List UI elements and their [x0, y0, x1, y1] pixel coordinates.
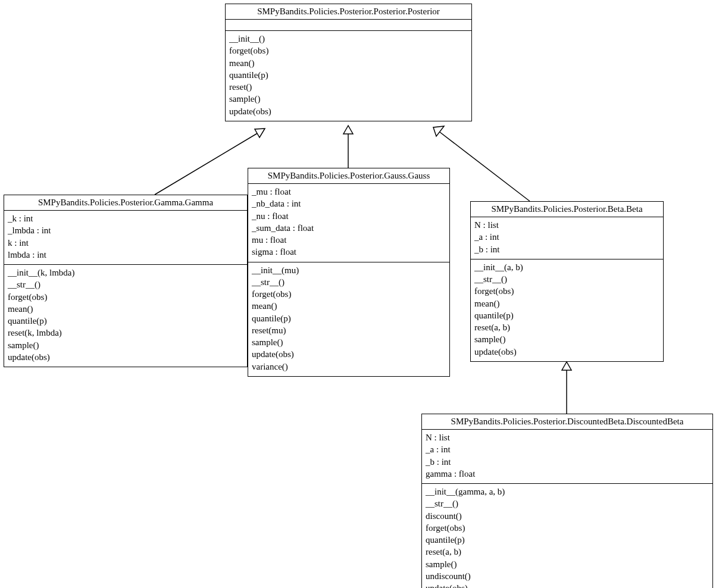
svg-marker-7 [562, 362, 571, 370]
method: undiscount() [426, 570, 709, 582]
class-title: SMPyBandits.Policies.Posterior.Posterior… [226, 4, 471, 20]
attr: _lmbda : int [8, 224, 243, 236]
method: sample() [474, 333, 659, 345]
method: variance() [252, 361, 446, 373]
method: __init__(a, b) [474, 261, 659, 273]
method: mean() [252, 300, 446, 312]
method: reset() [229, 81, 468, 93]
attr: gamma : float [426, 468, 709, 480]
method: quantile(p) [474, 309, 659, 321]
method: sample() [426, 558, 709, 570]
method: __str__() [426, 498, 709, 509]
attr: _b : int [474, 243, 659, 255]
method: quantile(p) [8, 315, 243, 327]
class-methods: __init__(gamma, a, b) __str__() discount… [422, 484, 712, 588]
uml-class-posterior: SMPyBandits.Policies.Posterior.Posterior… [225, 4, 472, 121]
method: reset(k, lmbda) [8, 327, 243, 339]
attr: _b : int [426, 456, 709, 468]
arrow-discountedbeta-to-beta [562, 362, 571, 414]
method: __str__() [252, 276, 446, 288]
method: reset(mu) [252, 324, 446, 336]
method: update(obs) [426, 582, 709, 588]
svg-marker-1 [255, 129, 265, 137]
class-methods: __init__(k, lmbda) __str__() forget(obs)… [4, 265, 247, 367]
class-methods: __init__() forget(obs) mean() quantile(p… [226, 31, 471, 121]
method: sample() [252, 336, 446, 348]
attr: sigma : float [252, 246, 446, 258]
method: update(obs) [229, 105, 468, 117]
method: quantile(p) [229, 69, 468, 81]
method: forget(obs) [426, 522, 709, 534]
attr: mu : float [252, 234, 446, 246]
attr: _a : int [426, 443, 709, 455]
method: mean() [474, 298, 659, 309]
method: reset(a, b) [474, 321, 659, 333]
attr: _nb_data : int [252, 198, 446, 209]
class-title: SMPyBandits.Policies.Posterior.Beta.Beta [471, 202, 663, 217]
attr: _sum_data : float [252, 222, 446, 234]
method: reset(a, b) [426, 546, 709, 558]
class-attrs: N : list _a : int _b : int gamma : float [422, 430, 712, 484]
method: update(obs) [474, 346, 659, 358]
attr: k : int [8, 237, 243, 249]
method: update(obs) [8, 351, 243, 363]
class-title: SMPyBandits.Policies.Posterior.Discounte… [422, 414, 712, 430]
svg-line-4 [440, 132, 530, 201]
svg-marker-5 [433, 126, 444, 136]
attr: _mu : float [252, 186, 446, 198]
method: discount() [426, 510, 709, 522]
attr: N : list [426, 431, 709, 443]
method: forget(obs) [252, 288, 446, 300]
method: forget(obs) [8, 291, 243, 303]
class-attrs: _k : int _lmbda : int k : int lmbda : in… [4, 211, 247, 265]
method: __str__() [474, 273, 659, 285]
uml-class-beta: SMPyBandits.Policies.Posterior.Beta.Beta… [470, 201, 664, 362]
method: __init__(k, lmbda) [8, 267, 243, 279]
uml-class-gamma: SMPyBandits.Policies.Posterior.Gamma.Gam… [4, 195, 248, 367]
method: sample() [229, 93, 468, 105]
uml-class-discountedbeta: SMPyBandits.Policies.Posterior.Discounte… [421, 414, 713, 588]
method: forget(obs) [474, 285, 659, 297]
attr: N : list [474, 219, 659, 231]
method: mean() [8, 303, 243, 315]
method: update(obs) [252, 348, 446, 360]
method: __str__() [8, 279, 243, 290]
arrow-gauss-to-posterior [343, 126, 353, 168]
class-title: SMPyBandits.Policies.Posterior.Gauss.Gau… [248, 168, 449, 184]
svg-marker-3 [343, 126, 353, 134]
method: mean() [229, 57, 468, 69]
svg-line-0 [155, 133, 258, 195]
method: __init__() [229, 33, 468, 45]
method: quantile(p) [252, 312, 446, 324]
method: quantile(p) [426, 534, 709, 546]
class-methods: __init__(a, b) __str__() forget(obs) mea… [471, 259, 663, 361]
method: __init__(gamma, a, b) [426, 486, 709, 498]
method: forget(obs) [229, 45, 468, 57]
attr: _k : int [8, 212, 243, 224]
class-attrs: N : list _a : int _b : int [471, 217, 663, 259]
attr: lmbda : int [8, 249, 243, 261]
method: sample() [8, 339, 243, 351]
attr: _nu : float [252, 210, 446, 222]
class-methods: __init__(mu) __str__() forget(obs) mean(… [248, 262, 449, 376]
method: __init__(mu) [252, 264, 446, 276]
attr: _a : int [474, 231, 659, 243]
class-attrs: _mu : float _nb_data : int _nu : float _… [248, 184, 449, 262]
uml-class-gauss: SMPyBandits.Policies.Posterior.Gauss.Gau… [248, 168, 450, 377]
class-attrs-empty [226, 20, 471, 31]
class-title: SMPyBandits.Policies.Posterior.Gamma.Gam… [4, 195, 247, 211]
